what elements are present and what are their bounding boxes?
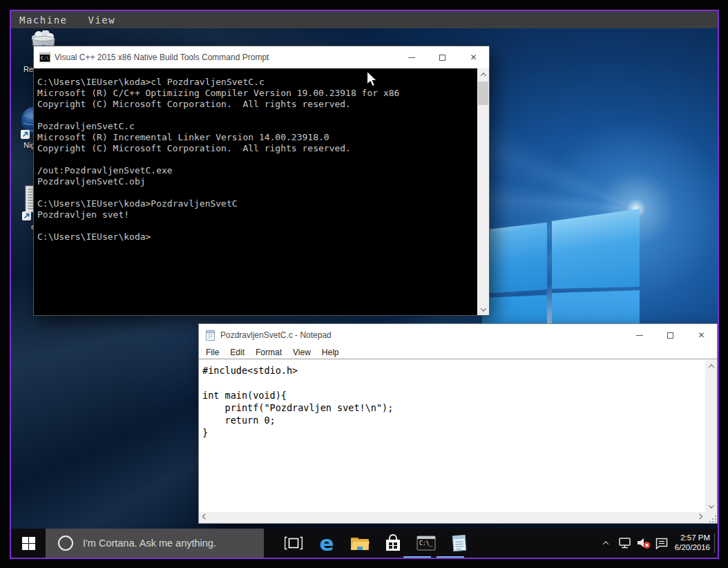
terminal-line: PozdravljenSvetC.obj (37, 176, 477, 187)
windows-store-icon (385, 534, 401, 552)
menu-format[interactable]: Format (250, 348, 287, 357)
terminal-line: Copyright (C) Microsoft Corporation. All… (37, 99, 477, 110)
command-prompt-icon: C:\_ (416, 536, 436, 551)
scroll-right-icon[interactable] (693, 512, 705, 523)
cortana-search-box[interactable]: I'm Cortana. Ask me anything. (46, 529, 264, 558)
scroll-up-icon[interactable] (477, 68, 489, 80)
terminal-line: C:\Users\IEUser\koda>cl PozdravljenSvetC… (37, 77, 477, 88)
notepad-icon (451, 534, 468, 552)
tray-clock[interactable]: 2:57 PM 6/20/2016 (655, 533, 710, 552)
menu-file[interactable]: File (200, 348, 224, 357)
notepad-window-icon (204, 329, 216, 341)
windows-logo-icon (22, 537, 35, 550)
minimize-icon (408, 57, 415, 58)
cmd-terminal[interactable]: C:\Users\IEUser\koda>cl PozdravljenSvetC… (34, 68, 489, 315)
edge-icon: e (319, 533, 334, 554)
scrollbar-thumb[interactable] (478, 82, 488, 105)
terminal-line (37, 154, 477, 165)
task-view-icon (285, 536, 303, 550)
file-explorer-icon (350, 536, 370, 551)
terminal-line: C:\Users\IEUser\koda> (37, 231, 477, 243)
taskbar-edge-button[interactable]: e (311, 529, 343, 558)
minimize-icon (636, 335, 643, 336)
svg-text:C:\_: C:\_ (419, 540, 432, 547)
taskbar: I'm Cortana. Ask me anything. e (11, 529, 718, 558)
maximize-icon (667, 332, 673, 339)
svg-text:C:\: C:\ (41, 55, 49, 61)
terminal-line: Microsoft (R) C/C++ Optimizing Compiler … (37, 88, 477, 99)
vm-menu-view[interactable]: View (88, 15, 116, 26)
tray-volume-button[interactable] (634, 529, 653, 558)
start-button[interactable] (11, 529, 46, 558)
terminal-line: Microsoft (R) Incremental Linker Version… (37, 132, 477, 143)
notepad-minimize-button[interactable] (624, 324, 655, 346)
cmd-window: C:\ Visual C++ 2015 x86 Native Build Too… (33, 46, 490, 316)
terminal-output: C:\Users\IEUser\koda>cl PozdravljenSvetC… (34, 68, 477, 315)
vm-display-frame: Machine View Recycle Bin (10, 10, 719, 559)
chevron-up-icon (603, 541, 609, 547)
terminal-line: Pozdravljen svet! (37, 209, 477, 220)
cortana-placeholder: I'm Cortana. Ask me anything. (83, 538, 216, 549)
tray-show-hidden-button[interactable] (597, 529, 615, 558)
taskbar-cmd-button[interactable]: C:\_ (409, 529, 443, 558)
code-line: int main(void){ (202, 389, 705, 401)
network-icon (619, 538, 633, 549)
resize-grip[interactable] (705, 512, 717, 523)
cmd-maximize-button[interactable] (427, 46, 458, 68)
terminal-line: PozdravljenSvetC.c (37, 121, 477, 132)
resize-grip-icon (709, 515, 717, 523)
notepad-titlebar[interactable]: PozdravljenSvetC.c - Notepad ✕ (199, 324, 717, 346)
mouse-cursor (366, 70, 379, 88)
code-line: } (202, 426, 705, 439)
code-line (202, 377, 705, 389)
clock-time: 2:57 PM (655, 533, 710, 542)
wallpaper-window-pane (482, 222, 547, 294)
close-icon: ✕ (470, 53, 477, 61)
cmd-active-indicator (403, 556, 431, 558)
terminal-line (37, 220, 477, 231)
tray-network-button[interactable] (616, 529, 635, 558)
vm-menubar: Machine View (11, 11, 718, 28)
cmd-titlebar[interactable]: C:\ Visual C++ 2015 x86 Native Build Too… (34, 46, 489, 68)
maximize-icon (439, 55, 446, 61)
scroll-up-icon[interactable] (705, 360, 717, 372)
notepad-vscrollbar[interactable] (705, 360, 717, 512)
scroll-left-icon[interactable] (199, 512, 211, 523)
notepad-active-indicator (437, 556, 464, 558)
cmd-close-button[interactable]: ✕ (458, 46, 489, 68)
taskbar-notepad-button[interactable] (443, 529, 475, 558)
terminal-line: /out:PozdravljenSvetC.exe (37, 165, 477, 176)
volume-muted-icon (636, 537, 651, 549)
cmd-window-title: Visual C++ 2015 x86 Native Build Tools C… (55, 53, 396, 62)
cortana-icon (58, 536, 73, 551)
terminal-line: Copyright (C) Microsoft Corporation. All… (37, 143, 477, 154)
notepad-close-button[interactable]: ✕ (686, 324, 717, 346)
cmd-window-icon: C:\ (39, 53, 50, 62)
scroll-down-icon[interactable] (705, 500, 717, 512)
code-line: return 0; (202, 414, 705, 426)
menu-edit[interactable]: Edit (224, 348, 250, 357)
notepad-text-area[interactable]: #include<stdio.h> int main(void){ printf… (199, 360, 705, 512)
cmd-scrollbar[interactable] (477, 68, 489, 315)
show-desktop-divider[interactable] (714, 533, 715, 553)
notepad-menubar: File Edit Format View Help (199, 346, 717, 359)
terminal-line: C:\Users\IEUser\koda>PozdravljenSvetC (37, 198, 477, 209)
task-view-button[interactable] (276, 529, 311, 558)
menu-view[interactable]: View (287, 348, 316, 357)
notepad-hscrollbar[interactable] (199, 512, 705, 523)
clock-date: 6/20/2016 (655, 542, 710, 552)
scroll-down-icon[interactable] (477, 303, 489, 315)
taskbar-store-button[interactable] (377, 529, 409, 558)
terminal-line (37, 110, 477, 121)
vm-menu-machine[interactable]: Machine (19, 15, 68, 26)
code-line: #include<stdio.h> (202, 364, 705, 377)
wallpaper-window-pane (552, 207, 640, 289)
terminal-line (37, 187, 477, 198)
notepad-window: PozdravljenSvetC.c - Notepad ✕ File Edit… (198, 323, 718, 524)
close-icon: ✕ (698, 331, 705, 339)
notepad-window-title: PozdravljenSvetC.c - Notepad (220, 330, 624, 340)
notepad-maximize-button[interactable] (655, 324, 686, 346)
cmd-minimize-button[interactable] (396, 46, 427, 68)
taskbar-explorer-button[interactable] (344, 529, 376, 558)
menu-help[interactable]: Help (316, 348, 345, 357)
